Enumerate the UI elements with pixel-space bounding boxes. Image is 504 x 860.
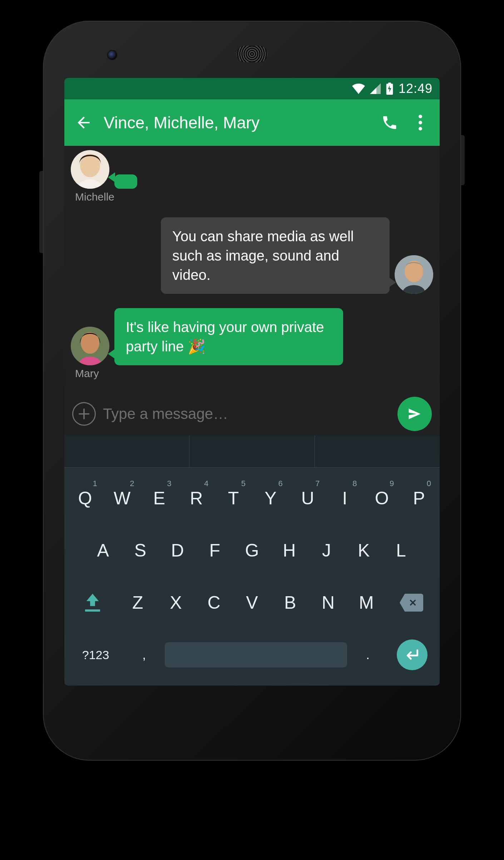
key-m[interactable]: M: [349, 581, 384, 624]
key-p[interactable]: P0: [402, 477, 436, 520]
key-s[interactable]: S: [123, 529, 157, 572]
status-clock: 12:49: [399, 81, 433, 96]
key-f[interactable]: F: [198, 529, 232, 572]
comma-key[interactable]: ,: [126, 633, 162, 676]
message-input[interactable]: Type a message…: [103, 405, 390, 422]
shift-icon: [85, 594, 100, 607]
message-bubble[interactable]: [114, 174, 137, 189]
key-g[interactable]: G: [235, 529, 269, 572]
key-hint: 1: [93, 479, 97, 488]
enter-icon: [404, 649, 420, 661]
key-h[interactable]: H: [272, 529, 306, 572]
key-hint: 5: [241, 479, 246, 488]
key-k[interactable]: K: [347, 529, 381, 572]
message-bubble[interactable]: You can share media as well such as imag…: [161, 217, 390, 294]
soft-keyboard: Q1W2E3R4T5Y6U7I8O9P0 ASDFGHJKL ZXCVBNM: [64, 435, 440, 686]
key-z[interactable]: Z: [120, 581, 155, 624]
key-hint: 2: [130, 479, 134, 488]
backspace-key[interactable]: [387, 581, 436, 624]
earpiece-speaker: [236, 45, 268, 63]
key-b[interactable]: B: [272, 581, 308, 624]
more-vert-icon: [419, 115, 422, 130]
key-q[interactable]: Q1: [68, 477, 102, 520]
conversation-title[interactable]: Vince, Michelle, Mary: [104, 113, 370, 132]
message-list[interactable]: Michelle You can share media as well suc…: [64, 146, 440, 392]
message-bubble[interactable]: It's like having your own private party …: [114, 308, 343, 365]
key-j[interactable]: J: [309, 529, 344, 572]
wifi-icon: [352, 83, 365, 94]
key-hint: 3: [167, 479, 171, 488]
suggestion-strip[interactable]: [64, 435, 440, 468]
key-t[interactable]: T5: [216, 477, 251, 520]
period-key[interactable]: .: [350, 633, 386, 676]
space-key[interactable]: [165, 642, 347, 667]
keyboard-row: ZXCVBNM: [64, 581, 440, 624]
status-bar: 12:49: [64, 78, 440, 99]
svg-point-4: [419, 127, 422, 130]
avatar-michelle[interactable]: [71, 150, 109, 189]
key-x[interactable]: X: [158, 581, 194, 624]
phone-body: 12:49 Vince, Michelle, Mary: [43, 21, 461, 761]
key-hint: 0: [427, 479, 431, 488]
attach-button[interactable]: [72, 402, 96, 426]
svg-point-2: [419, 115, 422, 118]
key-n[interactable]: N: [311, 581, 346, 624]
power-button-hw: [461, 135, 465, 185]
app-bar: Vince, Michelle, Mary: [64, 99, 440, 146]
key-w[interactable]: W2: [105, 477, 139, 520]
battery-charging-icon: [386, 83, 394, 95]
plus-icon: [77, 407, 91, 421]
cell-signal-icon: [370, 83, 381, 94]
key-hint: 8: [352, 479, 357, 488]
keyboard-row: ASDFGHJKL: [64, 529, 440, 572]
key-e[interactable]: E3: [142, 477, 177, 520]
volume-rocker: [39, 171, 43, 253]
suggestion-slot[interactable]: [64, 435, 189, 467]
keyboard-row: Q1W2E3R4T5Y6U7I8O9P0: [64, 477, 440, 520]
compose-bar: Type a message…: [64, 392, 440, 435]
sender-label: Michelle: [75, 191, 433, 203]
key-c[interactable]: C: [196, 581, 232, 624]
key-hint: 4: [204, 479, 208, 488]
symbols-key[interactable]: ?123: [68, 633, 123, 676]
arrow-left-icon: [75, 114, 93, 132]
sender-label: Mary: [75, 367, 433, 380]
suggestion-slot[interactable]: [189, 435, 315, 467]
key-o[interactable]: O9: [365, 477, 399, 520]
suggestion-slot[interactable]: [315, 435, 440, 467]
message-mary: It's like having your own private party …: [71, 308, 433, 380]
keyboard-row: ?123 , .: [64, 633, 440, 676]
back-button[interactable]: [73, 114, 94, 132]
call-button[interactable]: [379, 114, 400, 131]
key-v[interactable]: V: [234, 581, 270, 624]
key-d[interactable]: D: [160, 529, 194, 572]
message-text: You can share media as well such as imag…: [172, 228, 354, 283]
key-hint: 9: [390, 479, 394, 488]
svg-point-3: [419, 121, 422, 124]
svg-rect-1: [388, 83, 391, 84]
key-hint: 7: [315, 479, 320, 488]
send-icon: [407, 406, 423, 422]
key-y[interactable]: Y6: [253, 477, 288, 520]
avatar-vince[interactable]: [395, 255, 433, 294]
key-u[interactable]: U7: [291, 477, 325, 520]
message-vince: You can share media as well such as imag…: [71, 217, 433, 294]
phone-icon: [381, 114, 398, 131]
key-a[interactable]: A: [86, 529, 120, 572]
key-hint: 6: [278, 479, 283, 488]
key-r[interactable]: R4: [179, 477, 213, 520]
send-button[interactable]: [397, 397, 432, 431]
message-michelle: Michelle: [71, 150, 433, 203]
overflow-menu-button[interactable]: [410, 115, 431, 130]
front-camera: [107, 50, 117, 60]
shift-key[interactable]: [68, 581, 117, 624]
enter-key[interactable]: [389, 633, 436, 676]
message-text: It's like having your own private party …: [126, 319, 324, 354]
avatar-mary[interactable]: [71, 327, 109, 365]
key-l[interactable]: L: [384, 529, 418, 572]
backspace-x-icon: [407, 597, 418, 608]
screen: 12:49 Vince, Michelle, Mary: [64, 78, 440, 686]
device-mock-frame: 12:49 Vince, Michelle, Mary: [0, 0, 504, 860]
key-i[interactable]: I8: [328, 477, 362, 520]
